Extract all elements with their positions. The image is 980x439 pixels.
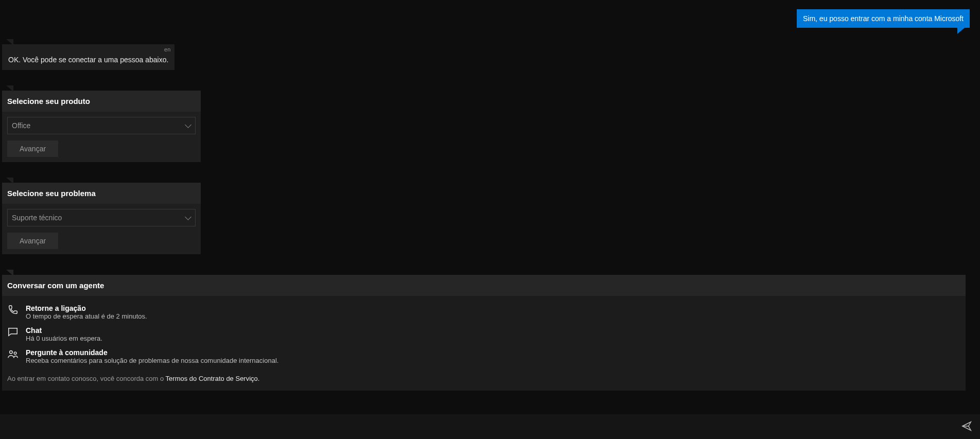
chat-subtitle: Há 0 usuários em espera. [26, 335, 960, 342]
legal-text: Ao entrar em contato conosco, você conco… [7, 367, 960, 382]
select-problem-card: Selecione seu problema Suporte técnico A… [2, 183, 201, 254]
chat-title: Chat [26, 326, 960, 335]
send-button[interactable] [953, 414, 980, 439]
product-next-button[interactable]: Avançar [7, 141, 58, 157]
talk-to-agent-panel: Conversar com um agente Retorne a ligaçã… [2, 275, 966, 391]
phone-icon [7, 304, 19, 315]
chat-option[interactable]: Chat Há 0 usuários em espera. [7, 323, 960, 345]
svg-point-1 [14, 352, 16, 355]
community-option[interactable]: Pergunte à comunidade Receba comentários… [7, 345, 960, 367]
community-texts: Pergunte à comunidade Receba comentários… [26, 348, 960, 364]
bot-message-text: OK. Você pode se conectar a uma pessoa a… [2, 52, 174, 70]
select-problem-title: Selecione seu problema [2, 183, 201, 204]
chat-window: Sim, eu posso entrar com a minha conta M… [0, 0, 980, 439]
problem-next-button[interactable]: Avançar [7, 233, 58, 249]
legal-prefix: Ao entrar em contato conosco, você conco… [7, 375, 166, 382]
product-select-wrap: Office [7, 117, 196, 134]
problem-select-wrap: Suporte técnico [7, 209, 196, 226]
select-problem-body: Suporte técnico Avançar [2, 204, 201, 254]
community-title: Pergunte à comunidade [26, 348, 960, 357]
svg-point-0 [10, 351, 12, 354]
terms-link[interactable]: Termos do Contrato de Serviço. [166, 375, 260, 382]
select-product-card: Selecione seu produto Office Avançar [2, 91, 201, 162]
message-input[interactable] [0, 414, 953, 439]
user-message-bubble: Sim, eu posso entrar com a minha conta M… [797, 9, 970, 28]
chat-icon [7, 326, 19, 338]
community-subtitle: Receba comentários para solução de probl… [26, 357, 960, 364]
select-product-title: Selecione seu produto [2, 91, 201, 112]
chat-texts: Chat Há 0 usuários em espera. [26, 326, 960, 342]
select-product-body: Office Avançar [2, 112, 201, 162]
problem-select[interactable]: Suporte técnico [7, 209, 196, 226]
callback-option[interactable]: Retorne a ligação O tempo de espera atua… [7, 301, 960, 323]
language-tag: en [2, 44, 174, 52]
callback-title: Retorne a ligação [26, 304, 960, 312]
message-input-bar [0, 414, 980, 439]
talk-to-agent-body: Retorne a ligação O tempo de espera atua… [2, 296, 966, 391]
callback-subtitle: O tempo de espera atual é de 2 minutos. [26, 312, 960, 320]
send-icon [961, 420, 972, 433]
community-icon [7, 348, 19, 360]
talk-to-agent-title: Conversar com um agente [2, 275, 966, 296]
chat-scroll-area[interactable]: Sim, eu posso entrar com a minha conta M… [0, 0, 980, 414]
product-select[interactable]: Office [7, 117, 196, 134]
user-message-text: Sim, eu posso entrar com a minha conta M… [803, 14, 964, 23]
callback-texts: Retorne a ligação O tempo de espera atua… [26, 304, 960, 320]
bot-message-bubble: en OK. Você pode se conectar a uma pesso… [2, 44, 174, 70]
